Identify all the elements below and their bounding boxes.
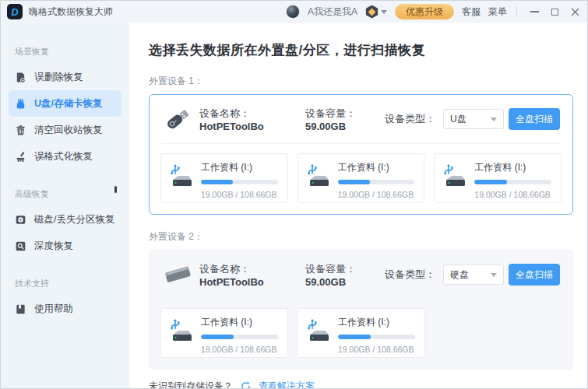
partition-name: 工作资料 (I:) — [474, 161, 551, 174]
chevron-down-icon — [491, 117, 497, 121]
device-1-label: 外置设备 1： — [149, 75, 573, 88]
device-capacity: 设备容量：59.00GB — [305, 107, 385, 132]
sidebar-section-scene: 场景恢复 — [15, 46, 129, 58]
close-icon — [571, 8, 579, 16]
full-scan-button[interactable]: 全盘扫描 — [509, 108, 560, 130]
view-solution-link[interactable]: 查看解决方案 — [259, 380, 315, 388]
usb-drive-icon — [162, 107, 199, 131]
sidebar-item-label: U盘/存储卡恢复 — [34, 97, 103, 110]
titlebar-divider — [516, 6, 517, 17]
username[interactable]: A我还是我A — [308, 5, 357, 19]
upgrade-button[interactable]: 优惠升级 — [395, 4, 454, 19]
device-name: 设备名称：HotPEToolBo — [199, 107, 305, 132]
device-1-header: 设备名称：HotPEToolBo 设备容量：59.00GB 设备类型： U盘 全… — [150, 95, 572, 143]
sidebar-item-usb-recovery[interactable]: U盘/存储卡恢复 — [9, 90, 121, 117]
full-scan-button[interactable]: 全盘扫描 — [509, 264, 560, 286]
partition-drive-icon — [442, 161, 468, 196]
partition-usage: 19.00GB / 108.66GB — [338, 345, 415, 354]
help-book-icon — [15, 303, 26, 315]
app-window: D 嗨格式数据恢复大师 A我还是我A 优惠升级 客服 菜单 — [0, 0, 588, 389]
minimize-button[interactable] — [530, 7, 539, 16]
sidebar-item-format-recovery[interactable]: 误格式化恢复 — [9, 143, 121, 170]
partition-drive-icon — [168, 161, 195, 196]
sidebar-item-label: 误格式化恢复 — [34, 150, 93, 163]
sidebar-item-help[interactable]: 使用帮助 — [9, 296, 121, 322]
device-card-2: 设备名称：HotPEToolBo 设备容量：59.00GB 设备类型： 硬盘 全… — [149, 250, 573, 370]
sidebar: 场景恢复 误删除恢复 U盘/存储卡恢复 清空回收站恢复 误格式化恢复 高级恢复 — [1, 23, 129, 388]
partition-drive-icon — [305, 161, 332, 196]
sidebar-item-recycle-bin-recovery[interactable]: 清空回收站恢复 — [9, 117, 121, 143]
support-link[interactable]: 客服 — [462, 5, 481, 19]
device-type-select[interactable]: U盘 — [443, 109, 504, 129]
partition-name: 工作资料 (I:) — [201, 316, 278, 329]
sidebar-item-label: 深度恢复 — [34, 240, 73, 253]
close-button[interactable] — [570, 7, 579, 16]
maximize-button[interactable] — [550, 7, 559, 16]
format-brush-icon — [15, 151, 26, 163]
device-type-select[interactable]: 硬盘 — [443, 265, 504, 285]
partition-card[interactable]: 工作资料 (I:) 19.00GB / 108.66GB — [298, 308, 425, 358]
sidebar-scrollbar-thumb[interactable] — [114, 186, 117, 193]
vip-hexagon-icon — [365, 5, 379, 19]
chevron-down-icon — [381, 10, 387, 14]
partition-usage: 19.00GB / 108.66GB — [201, 345, 278, 354]
device-name: 设备名称：HotPEToolBo — [199, 262, 305, 288]
sidebar-item-undelete-recovery[interactable]: 误删除恢复 — [9, 64, 121, 90]
partition-card[interactable]: 工作资料 (I:) 19.00GB / 108.66GB — [298, 153, 425, 203]
sidebar-item-label: 使用帮助 — [34, 303, 73, 316]
partition-card[interactable]: 工作资料 (I:) 19.00GB / 108.66GB — [434, 153, 562, 203]
usage-bar — [338, 180, 415, 184]
device-2-header: 设备名称：HotPEToolBo 设备容量：59.00GB 设备类型： 硬盘 全… — [150, 251, 572, 299]
partition-usage: 19.00GB / 108.66GB — [338, 190, 415, 199]
main-content: 选择丢失数据所在外置盘/分区，进行扫描恢复 外置设备 1： 设备名称：HotPE… — [129, 23, 587, 388]
avatar[interactable] — [286, 5, 300, 19]
app-logo: D — [7, 4, 23, 19]
trash-icon — [15, 124, 26, 136]
vip-badge[interactable] — [365, 5, 387, 19]
chevron-down-icon — [491, 273, 497, 277]
disk-icon — [15, 214, 26, 226]
sidebar-item-label: 清空回收站恢复 — [34, 124, 103, 137]
hard-disk-icon — [162, 263, 199, 286]
device-type-label: 设备类型： — [385, 268, 435, 282]
usage-bar — [201, 335, 278, 339]
sidebar-item-disk-partition-recovery[interactable]: 磁盘/丢失分区恢复 — [9, 206, 121, 233]
device-type-label: 设备类型： — [385, 112, 435, 126]
sidebar-item-label: 磁盘/丢失分区恢复 — [34, 213, 114, 226]
sidebar-section-support: 技术支持 — [15, 278, 129, 289]
titlebar-left: D 嗨格式数据恢复大师 — [7, 4, 113, 19]
device-1-partitions: 工作资料 (I:) 19.00GB / 108.66GB 工作资料 (I:) — [150, 144, 572, 214]
partition-name: 工作资料 (I:) — [338, 316, 415, 329]
titlebar-right: A我还是我A 优惠升级 客服 菜单 — [286, 4, 579, 19]
partition-drive-icon — [305, 316, 332, 351]
titlebar: D 嗨格式数据恢复大师 A我还是我A 优惠升级 客服 菜单 — [1, 1, 587, 23]
partition-name: 工作资料 (I:) — [338, 161, 415, 174]
usage-bar — [338, 335, 415, 339]
usage-bar — [474, 180, 551, 184]
window-controls — [530, 7, 579, 16]
device-2-label: 外置设备 2： — [149, 230, 573, 244]
partition-card[interactable]: 工作资料 (I:) 19.00GB / 108.66GB — [160, 153, 288, 203]
partition-drive-icon — [168, 316, 195, 351]
partition-name: 工作资料 (I:) — [201, 161, 278, 174]
file-icon — [15, 72, 26, 83]
menu-link[interactable]: 菜单 — [488, 5, 507, 19]
device-card-1: 设备名称：HotPEToolBo 设备容量：59.00GB 设备类型： U盘 全… — [149, 94, 573, 215]
sidebar-item-label: 误删除恢复 — [34, 71, 83, 84]
device-2-partitions: 工作资料 (I:) 19.00GB / 108.66GB 工作资料 (I:) — [150, 299, 572, 369]
usb-icon — [15, 98, 26, 110]
sidebar-section-advanced: 高级恢复 — [15, 188, 129, 200]
partition-usage: 19.00GB / 108.66GB — [201, 190, 278, 199]
page-title: 选择丢失数据所在外置盘/分区，进行扫描恢复 — [149, 41, 573, 59]
refresh-button[interactable] — [241, 381, 251, 388]
partition-usage: 19.00GB / 108.66GB — [474, 190, 551, 199]
footer: 未识别到存储设备？ 查看解决方案 — [149, 380, 573, 388]
partition-card[interactable]: 工作资料 (I:) 19.00GB / 108.66GB — [160, 308, 288, 358]
device-capacity: 设备容量：59.00GB — [305, 262, 385, 288]
deep-scan-icon — [15, 240, 26, 252]
refresh-icon — [241, 381, 251, 388]
usage-bar — [201, 180, 278, 184]
device-not-found-question: 未识别到存储设备？ — [149, 380, 233, 388]
app-title: 嗨格式数据恢复大师 — [29, 5, 113, 19]
sidebar-item-deep-recovery[interactable]: 深度恢复 — [9, 233, 121, 259]
